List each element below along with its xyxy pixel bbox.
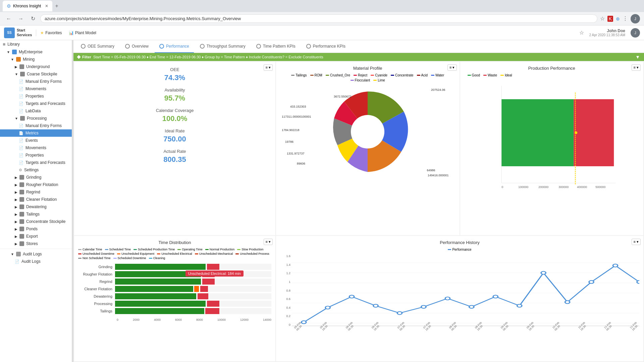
browser-tab-bar: ⚙ Khronos Insight ✕ + [0, 0, 644, 12]
expand-export-icon: ▶ [15, 235, 17, 238]
tab-time-label: Time Pattern KPIs [263, 44, 296, 49]
legend-reject: Reject [354, 73, 367, 77]
filter-expand-icon[interactable]: ▼ [635, 54, 640, 60]
active-tab[interactable]: ⚙ Khronos Insight ✕ [3, 1, 52, 11]
tab-performance[interactable]: Performance [155, 40, 194, 53]
sidebar-item-settings[interactable]: ⚙ Settings [0, 166, 72, 174]
sidebar-item-audit-logs[interactable]: 📄 Audit Logs [0, 258, 72, 265]
targets-forecasts2-label: Targets and Forecasts [25, 160, 65, 165]
grinding-folder-icon [19, 175, 24, 180]
sidebar-item-library[interactable]: ≡ Library [0, 40, 72, 48]
sidebar-item-targets-forecasts[interactable]: 📄 Targets and Forecasts [0, 100, 72, 107]
legend-flocculant: Flocculant [351, 78, 370, 82]
legend-rom: ROM [310, 73, 322, 77]
material-title: Material Profile [280, 66, 455, 71]
time-legend: Calendar Time Scheduled Time Scheduled P… [78, 248, 271, 260]
back-button[interactable]: ← [4, 14, 13, 23]
sidebar-item-ponds[interactable]: ▶ Ponds [0, 225, 72, 233]
page-icon5: 📄 [19, 109, 23, 113]
sidebar-item-stores[interactable]: ▶ Stores [0, 240, 72, 247]
properties-label: Properties [25, 94, 44, 99]
material-menu-button[interactable]: ≡ ▾ [447, 64, 457, 71]
header-right: ☆ John Doe 2 Apr 2020 11:38:53 AM J [579, 28, 640, 38]
history-title: Performance History [280, 240, 639, 245]
menu-icon[interactable]: ⋮ [623, 15, 628, 22]
sidebar-item-manual-entry[interactable]: 📄 Manual Entry Forms [0, 78, 72, 85]
page-icon: 📄 [19, 79, 23, 84]
header-nav: ★ Favorites 📊 Plant Model [40, 31, 96, 35]
sidebar: ≡ Library ▼ MyEnterprise ▼ Mining ▶ Unde… [0, 40, 72, 362]
sidebar-item-rougher-flotation[interactable]: ▶ Rougher Flotation [0, 181, 72, 188]
svg-point-25 [397, 312, 402, 315]
sidebar-item-events[interactable]: 📄 Events [0, 137, 72, 144]
sidebar-item-metrics[interactable]: 📄 Metrics [0, 129, 72, 137]
sidebar-item-tailings[interactable]: ▶ Tailings [0, 210, 72, 218]
tab-performance-kpis[interactable]: Performance KPIs [302, 40, 350, 53]
history-menu-button[interactable]: ≡ ▾ [632, 239, 641, 245]
sidebar-item-audit-logs-group[interactable]: ▼ Audit Logs [0, 250, 72, 258]
audit-logs2-label: Audit Logs [21, 259, 41, 264]
logo-icon: SS [4, 27, 15, 38]
browser-action-icons: ☆ K ⊕ ⋮ J [600, 14, 640, 23]
page-icon-audit: 📄 [15, 259, 19, 264]
tab-oee-label: OEE Summary [88, 44, 114, 49]
sidebar-item-dewatering[interactable]: ▶ Dewatering [0, 203, 72, 210]
forward-button[interactable]: → [16, 14, 25, 23]
sidebar-item-movements2[interactable]: 📄 Movements [0, 144, 72, 152]
sidebar-item-targets-forecasts2[interactable]: 📄 Targets and Forecasts [0, 159, 72, 166]
sidebar-item-mining[interactable]: ▼ Mining [0, 56, 72, 63]
user-avatar[interactable]: J [631, 14, 640, 23]
oee-menu-button[interactable]: ≡ ▾ [264, 64, 273, 71]
svg-point-34 [613, 264, 618, 267]
time-menu-button[interactable]: ≡ ▾ [264, 239, 273, 245]
khronos-ext-icon[interactable]: ⊕ [616, 16, 620, 21]
production-legend: Good Waste Ideal [468, 73, 640, 77]
sidebar-item-properties[interactable]: 📄 Properties [0, 93, 72, 100]
sidebar-item-movements[interactable]: 📄 Movements [0, 85, 72, 93]
svg-rect-10 [574, 99, 614, 166]
user-avatar-header[interactable]: J [631, 28, 640, 38]
page-icon7: 📄 [19, 131, 23, 135]
tab-throughput[interactable]: Throughput Summary [195, 40, 250, 53]
sidebar-item-export[interactable]: ▶ Export [0, 233, 72, 240]
page-icon2: 📄 [19, 87, 23, 91]
sidebar-item-regrind[interactable]: ▶ Regrind [0, 188, 72, 196]
bookmark-icon[interactable]: ☆ [600, 15, 605, 22]
filter-text: Start Time = 05-Feb-2019 06:30 ♦ End Tim… [93, 55, 323, 59]
material-legend: Tailings ROM Crushed_Ore Reject Cyanide [280, 73, 455, 82]
sidebar-item-properties2[interactable]: 📄 Properties [0, 152, 72, 159]
sidebar-item-cleaner-flotation[interactable]: ▶ Cleaner Flotation [0, 196, 72, 203]
new-tab-button[interactable]: + [55, 3, 58, 9]
refresh-button[interactable]: ↻ [28, 14, 38, 23]
tab-time-pattern[interactable]: Time Pattern KPIs [252, 40, 300, 53]
address-bar[interactable] [40, 14, 597, 23]
sidebar-item-labdata[interactable]: 📄 LabData [0, 107, 72, 115]
plant-model-nav[interactable]: 📊 Plant Model [69, 31, 96, 35]
tab-oee-summary[interactable]: OEE Summary [76, 40, 119, 53]
tab-close-icon[interactable]: ✕ [45, 4, 48, 8]
legend-cyanide: Cyanide [371, 73, 387, 77]
ideal-rate-value: 750.00 [79, 135, 270, 143]
sidebar-item-grinding[interactable]: ▶ Grinding [0, 174, 72, 181]
favorites-nav[interactable]: ★ Favorites [40, 31, 62, 35]
bar-regrind: Regrind Unscheduled Electrical: 184 min [78, 279, 271, 285]
sidebar-item-coarse-stockpile[interactable]: ▼ Coarse Stockpile [0, 70, 72, 78]
processing-label: Processing [27, 116, 47, 121]
production-chart: 0 100000 200000 300000 400000 500000 [464, 80, 640, 207]
sidebar-item-underground[interactable]: ▶ Underground [0, 63, 72, 70]
expand-audit-icon: ▼ [11, 252, 14, 256]
legend-water: Water [431, 73, 444, 77]
filter-bar: Filter Start Time = 05-Feb-2019 06:30 ♦ … [73, 53, 644, 61]
svg-point-21 [302, 321, 306, 324]
sidebar-item-processing[interactable]: ▼ Processing [0, 115, 72, 122]
sidebar-item-concentrate-stockpile[interactable]: ▶ Concentrate Stockpile [0, 218, 72, 225]
star-fav-icon[interactable]: ☆ [579, 29, 584, 36]
legend-tailings: Tailings [291, 73, 307, 77]
extensions-icon[interactable]: K [607, 16, 613, 22]
tab-overview[interactable]: Overview [120, 40, 153, 53]
sidebar-item-manual-entry2[interactable]: 📄 Manual Entry Forms [0, 122, 72, 129]
settings-label: Settings [24, 168, 39, 172]
sidebar-item-myenterprise[interactable]: ▼ MyEnterprise [0, 48, 72, 56]
production-menu-button[interactable]: ≡ ▾ [632, 64, 641, 71]
properties2-label: Properties [25, 153, 44, 158]
